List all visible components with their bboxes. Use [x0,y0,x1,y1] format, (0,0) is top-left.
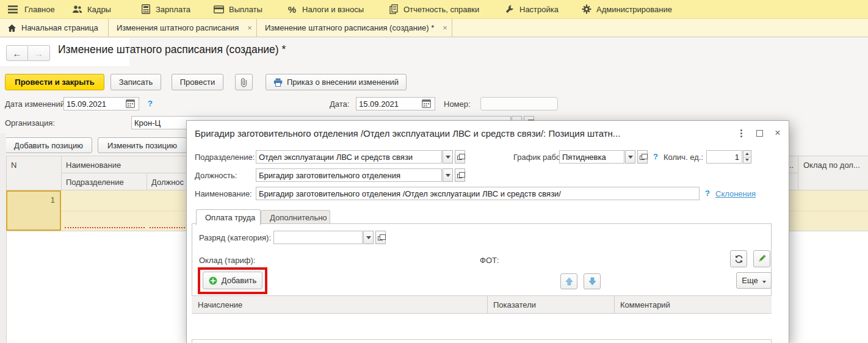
move-up-button[interactable] [560,273,577,289]
grid-column-indicators[interactable]: Показатели [493,300,536,309]
menu-item-label: Отчетность, справки [403,5,479,14]
name-help-icon[interactable]: ? [705,189,710,198]
chevron-down-icon [628,156,633,161]
arrow-down-icon [588,277,596,286]
print-order-button[interactable]: Приказ о внесении изменений [266,74,407,90]
tab-home[interactable]: Начальная страница [0,19,109,37]
menu-item-hr[interactable]: Кадры [72,0,111,18]
tab-label: Начальная страница [21,23,98,32]
position-dropdown-button[interactable] [443,168,453,182]
tab-additional[interactable]: Дополнительно [261,210,330,225]
tab-close-icon[interactable]: × [247,23,252,32]
accrual-grid-body[interactable] [192,314,772,340]
name-input[interactable] [256,187,700,200]
column-header-salary[interactable]: Оклад по дол... [803,161,860,170]
change-date-help-icon[interactable]: ? [148,99,153,108]
add-accrual-button[interactable]: Добавить [203,272,262,289]
position-input[interactable] [256,168,442,182]
menu-item-administration[interactable]: Администрирование [581,0,672,18]
department-open-button[interactable] [455,150,465,164]
calculator-icon [140,4,151,15]
grade-input[interactable] [273,231,363,244]
position-open-button[interactable] [455,168,465,182]
add-position-button[interactable]: Добавить позицию [5,137,92,153]
dialog-more-icon[interactable] [735,127,747,139]
percent-icon: % [287,4,297,15]
post-and-close-button[interactable]: Провести и закрыть [5,74,104,90]
page-title: Изменение штатного расписания (создание)… [58,43,286,56]
menu-item-label: Выплаты [229,5,262,14]
move-down-button[interactable] [584,273,601,289]
column-header-truncated[interactable]: .. [789,161,794,170]
quantity-stepper[interactable] [743,150,751,164]
quantity-input[interactable] [706,150,742,164]
column-header-name[interactable]: Наименование [66,161,121,170]
dialog-title: Бригадир заготовительного отделения /Отд… [195,128,732,139]
attachments-button[interactable] [235,74,253,90]
menu-item-payments[interactable]: Выплаты [214,0,262,18]
history-nav: ← → [6,45,50,61]
grid-column-comment[interactable]: Комментарий [620,300,670,309]
forward-button[interactable]: → [28,45,50,61]
tab-close-icon[interactable]: × [443,23,447,32]
dialog-close-icon[interactable]: × [772,127,784,139]
edit-salary-button[interactable] [753,250,770,267]
schedule-open-button[interactable] [637,150,648,164]
grade-dropdown-button[interactable] [363,231,374,244]
refresh-button[interactable] [730,250,747,267]
number-input[interactable] [480,97,558,110]
accrual-grid-header [192,295,772,314]
window-edge [0,133,6,343]
change-date-label: Дата изменений: [5,99,67,109]
refresh-icon [734,255,743,264]
spinner-down-icon [745,159,749,163]
schedule-dropdown-button[interactable] [625,150,635,164]
more-button[interactable]: Еще [736,272,772,289]
grid-column-accrual[interactable]: Начисление [198,300,242,309]
grade-open-button[interactable] [375,231,386,244]
dialog-maximize-icon[interactable] [753,127,765,139]
main-menu-bar: Главное Кадры Зарплата Выплаты % Налоги … [0,0,868,19]
open-form-icon [457,174,462,178]
post-button[interactable]: Провести [172,74,223,90]
home-icon [7,24,16,32]
tab-pay[interactable]: Оплата труда [196,209,261,225]
tab-label: Дополнительно [270,213,327,222]
menu-item-main[interactable]: Главное [24,0,55,18]
menu-item-settings[interactable]: Настройка [504,0,559,18]
back-button[interactable]: ← [6,45,28,61]
open-form-icon [457,156,462,160]
menu-item-label: Настройка [519,5,559,14]
open-form-icon [378,236,383,240]
save-button[interactable]: Записать [110,74,161,90]
paperclip-icon [240,78,248,87]
gear-icon [581,4,591,15]
tab-label: Изменения штатного расписания [117,23,239,32]
calendar-icon[interactable] [422,99,432,109]
selected-row-number-cell[interactable]: 1 [6,190,61,231]
schedule-input[interactable] [559,150,624,164]
column-header-department[interactable]: Подразделение [66,178,124,187]
department-dropdown-button[interactable] [443,150,453,164]
schedule-help-icon[interactable]: ? [653,152,658,161]
chevron-down-icon [446,156,450,161]
menu-item-reports[interactable]: Отчетность, справки [388,0,479,18]
chevron-down-icon [762,281,766,285]
tab-label: Изменение штатного расписания (создание)… [265,23,434,32]
calendar-icon[interactable] [126,99,136,109]
column-header-n[interactable]: N [11,161,16,170]
main-menu-button[interactable] [7,0,18,18]
pencil-icon [757,254,767,264]
menu-item-taxes[interactable]: % Налоги и взносы [287,0,364,18]
department-input[interactable] [256,150,442,164]
menu-item-salary[interactable]: Зарплата [140,0,190,18]
declension-link[interactable]: Склонения [715,189,756,198]
column-header-position[interactable]: Должнос [151,178,184,187]
tab-staff-change-new[interactable]: Изменение штатного расписания (создание)… [258,19,452,37]
date-label: Дата: [330,99,349,109]
department-label: Подразделение: [195,153,255,162]
button-label: Провести [180,78,215,87]
edit-position-button[interactable]: Изменить позицию [98,137,187,153]
menu-item-label: Налоги и взносы [302,5,364,14]
tab-staff-changes-list[interactable]: Изменения штатного расписания × [109,19,257,37]
